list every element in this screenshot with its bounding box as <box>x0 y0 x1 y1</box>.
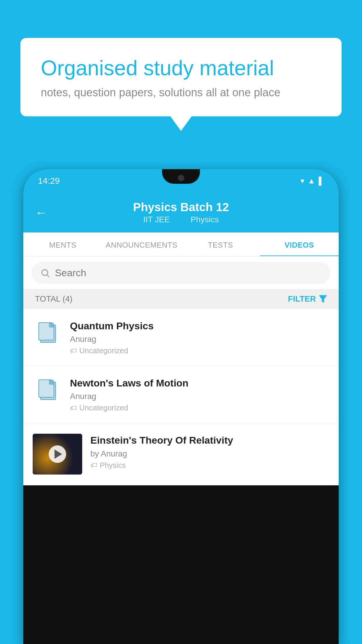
file-icon <box>38 379 56 400</box>
file-icon-wrap <box>33 319 62 343</box>
tab-bar: MENTS ANNOUNCEMENTS TESTS VIDEOS <box>23 232 339 257</box>
app-header: ← Physics Batch 12 IIT JEE Physics <box>23 192 339 232</box>
list-item[interactable]: Einstein's Theory Of Relativity by Anura… <box>23 423 339 485</box>
video-thumbnail <box>33 434 82 475</box>
video-list: Quantum Physics Anurag 🏷 Uncategorized <box>23 309 339 485</box>
speech-bubble-subtitle: notes, question papers, solutions all at… <box>41 86 321 99</box>
tab-announcements[interactable]: ANNOUNCEMENTS <box>102 232 181 256</box>
svg-line-1 <box>47 275 49 276</box>
tab-ments[interactable]: MENTS <box>23 232 102 256</box>
subtitle-iit: IIT JEE <box>143 215 170 224</box>
tab-tests[interactable]: TESTS <box>181 232 260 256</box>
header-title-group: Physics Batch 12 IIT JEE Physics <box>133 201 229 224</box>
play-button[interactable] <box>49 445 66 463</box>
subtitle-separator <box>179 215 184 224</box>
search-icon <box>40 268 50 278</box>
list-item[interactable]: Newton's Laws of Motion Anurag 🏷 Uncateg… <box>23 366 339 423</box>
speech-bubble-container: Organised study material notes, question… <box>20 38 342 116</box>
tag-icon: 🏷 <box>70 347 77 355</box>
video-tag: 🏷 Physics <box>90 461 329 470</box>
status-bar: 14:29 ▾ ▲ ▌ <box>23 169 339 192</box>
subtitle-physics: Physics <box>191 215 219 224</box>
tab-videos[interactable]: VIDEOS <box>260 232 339 256</box>
search-input[interactable] <box>55 267 322 279</box>
search-input-wrap <box>31 262 331 284</box>
camera-dot <box>178 175 184 181</box>
filter-bar: TOTAL (4) FILTER <box>23 289 339 309</box>
signal-icon: ▲ <box>308 176 315 186</box>
status-icons: ▾ ▲ ▌ <box>301 176 324 186</box>
phone-notch <box>162 169 200 184</box>
svg-marker-2 <box>319 295 327 303</box>
filter-button[interactable]: FILTER <box>288 294 327 304</box>
tag-icon: 🏷 <box>70 404 77 412</box>
video-info: Quantum Physics Anurag 🏷 Uncategorized <box>70 319 329 355</box>
video-tag: 🏷 Uncategorized <box>70 403 329 412</box>
speech-bubble-title: Organised study material <box>41 55 321 80</box>
video-author: Anurag <box>70 335 329 344</box>
video-info: Newton's Laws of Motion Anurag 🏷 Uncateg… <box>70 377 329 412</box>
speech-bubble: Organised study material notes, question… <box>20 38 342 116</box>
file-icon-wrap <box>33 377 62 400</box>
tag-icon: 🏷 <box>90 461 97 469</box>
video-author: Anurag <box>70 392 329 401</box>
wifi-icon: ▾ <box>301 176 304 186</box>
battery-icon: ▌ <box>319 176 324 186</box>
video-title: Einstein's Theory Of Relativity <box>90 434 329 447</box>
filter-icon <box>319 295 327 303</box>
phone-frame: 14:29 ▾ ▲ ▌ ← Physics Batch 12 IIT JEE P… <box>23 169 339 644</box>
list-item[interactable]: Quantum Physics Anurag 🏷 Uncategorized <box>23 309 339 366</box>
status-time: 14:29 <box>38 176 60 186</box>
video-info: Einstein's Theory Of Relativity by Anura… <box>90 434 329 470</box>
video-author: by Anurag <box>90 449 329 459</box>
video-title: Newton's Laws of Motion <box>70 377 329 389</box>
video-tag: 🏷 Uncategorized <box>70 346 329 355</box>
play-icon <box>55 449 62 459</box>
search-container <box>23 257 339 289</box>
file-icon <box>38 322 56 343</box>
batch-title: Physics Batch 12 <box>133 201 229 214</box>
batch-subtitle: IIT JEE Physics <box>133 215 229 224</box>
video-title: Quantum Physics <box>70 319 329 332</box>
back-button[interactable]: ← <box>35 206 47 220</box>
total-label: TOTAL (4) <box>35 294 73 304</box>
